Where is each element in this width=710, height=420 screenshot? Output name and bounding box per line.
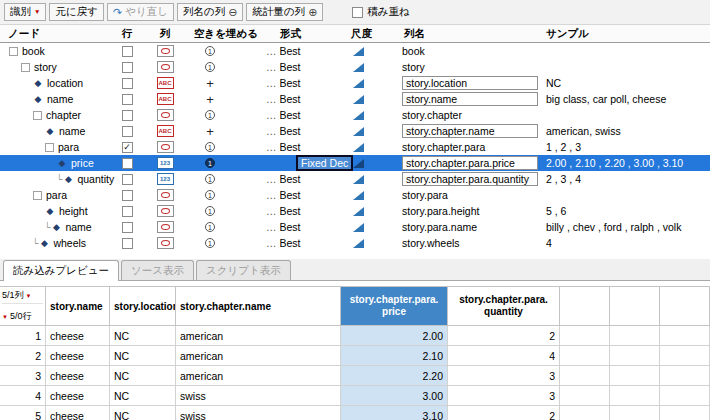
continuous-scale-icon[interactable] [353, 79, 364, 88]
column-type-icon[interactable] [157, 221, 174, 233]
column-name-input[interactable]: story.chapter.name [402, 124, 538, 138]
column-name-input[interactable]: story.location [402, 76, 538, 90]
continuous-scale-icon[interactable] [353, 63, 364, 72]
format-value[interactable]: Best [280, 205, 301, 217]
column-type-icon[interactable] [157, 109, 174, 121]
fill-gaps-icon[interactable] [205, 190, 215, 200]
column-type-icon[interactable] [157, 45, 174, 57]
continuous-scale-icon[interactable] [353, 159, 364, 168]
fill-gaps-icon[interactable] [205, 222, 215, 232]
tab[interactable]: ソース表示 [121, 260, 194, 280]
import-checkbox[interactable] [122, 94, 133, 105]
column-type-icon[interactable] [157, 93, 174, 105]
fill-gaps-icon[interactable] [205, 94, 215, 104]
column-name-input[interactable]: story.chapter.para.quantity [402, 172, 538, 186]
column-type-icon[interactable] [157, 205, 174, 217]
fill-gaps-icon[interactable] [205, 126, 215, 136]
format-value[interactable]: Best [280, 77, 301, 89]
import-checkbox[interactable] [122, 238, 133, 249]
continuous-scale-icon[interactable] [353, 223, 364, 232]
fill-gaps-icon[interactable] [205, 158, 215, 168]
tree-row[interactable]: └ name Best Best story.para.na [0, 219, 710, 235]
continuous-scale-icon[interactable] [353, 95, 364, 104]
col-header-quantity[interactable]: story.chapter.para. quantity [448, 287, 560, 325]
format-value[interactable]: Best [280, 237, 301, 249]
tree-row[interactable]: story Best Best story story [0, 59, 710, 75]
format-value[interactable]: Best [280, 141, 301, 153]
stack-checkbox[interactable] [352, 7, 363, 18]
tree-row[interactable]: para Best Best story.para story.para [0, 187, 710, 203]
col-header-story-name[interactable]: story.name [46, 287, 110, 325]
fill-gaps-icon[interactable] [205, 238, 215, 248]
column-type-icon[interactable] [157, 141, 174, 153]
continuous-scale-icon[interactable] [353, 207, 364, 216]
format-value[interactable]: Best [280, 189, 301, 201]
format-ellipsis-icon [266, 109, 277, 121]
tree-row[interactable]: └ wheels Best Best story.wheel [0, 235, 710, 251]
tab[interactable]: 読み込みプレビュー [3, 260, 119, 281]
column-name-input[interactable]: story.name [402, 92, 538, 106]
col-header-price[interactable]: story.chapter.para. price [341, 287, 448, 325]
import-checkbox[interactable] [122, 46, 133, 57]
tree-row[interactable]: book Best Best book book [0, 43, 710, 59]
import-checkbox[interactable] [122, 126, 133, 137]
column-type-icon[interactable] [157, 77, 174, 89]
continuous-scale-icon[interactable] [353, 239, 364, 248]
tree-row[interactable]: name Best Best story.name story.name [0, 91, 710, 107]
tree-row[interactable]: price Fixed Dec Fixed Dec story.chapter.… [0, 155, 710, 171]
format-value[interactable]: Best [280, 173, 301, 185]
format-value[interactable]: Best [280, 221, 301, 233]
column-name-input[interactable]: story.chapter.para.price [402, 156, 538, 170]
import-checkbox[interactable] [122, 190, 133, 201]
redo-button[interactable]: ↷ やり直し [107, 3, 174, 21]
col-header-story-chapter-name[interactable]: story.chapter.name [176, 287, 341, 325]
fill-gaps-icon[interactable] [205, 206, 215, 216]
import-checkbox[interactable] [122, 206, 133, 217]
format-value[interactable]: Best [280, 125, 301, 137]
import-checkbox[interactable] [122, 222, 133, 233]
continuous-scale-icon[interactable] [353, 191, 364, 200]
import-checkbox[interactable] [122, 62, 133, 73]
import-checkbox[interactable] [122, 142, 133, 153]
format-value[interactable]: Best [280, 93, 301, 105]
continuous-scale-icon[interactable] [353, 143, 364, 152]
tree-row[interactable]: chapter Best Best story.chapter story.c [0, 107, 710, 123]
import-checkbox[interactable] [122, 158, 133, 169]
continuous-scale-icon[interactable] [353, 111, 364, 120]
continuous-scale-icon[interactable] [353, 47, 364, 56]
tree-row[interactable]: para Best Best story.chapter.para story [0, 139, 710, 155]
format-value[interactable]: Best [280, 109, 301, 121]
continuous-scale-icon[interactable] [353, 127, 364, 136]
import-checkbox[interactable] [122, 110, 133, 121]
tree-row[interactable]: └ quantity Best Best story.cha [0, 171, 710, 187]
sample-values: billy , chev , ford , ralph , volk [546, 221, 681, 233]
fill-gaps-icon[interactable] [205, 110, 215, 120]
identify-button[interactable]: 識別 ▼ [4, 3, 46, 21]
fill-gaps-icon[interactable] [205, 142, 215, 152]
format-value[interactable]: Best [280, 61, 301, 73]
undo-button[interactable]: 元に戻す [49, 3, 104, 21]
fill-gaps-icon[interactable] [205, 78, 215, 88]
rows-panel-triangle-icon[interactable]: ▼ [2, 314, 8, 320]
column-type-icon[interactable] [157, 61, 174, 73]
col-header-story-location[interactable]: story.location [110, 287, 176, 325]
column-type-icon[interactable] [157, 189, 174, 201]
tree-row[interactable]: name Best Best story.chapter.name story [0, 123, 710, 139]
column-type-icon[interactable] [157, 125, 174, 137]
column-type-icon[interactable] [157, 173, 174, 185]
fill-gaps-icon[interactable] [205, 174, 215, 184]
import-checkbox[interactable] [122, 174, 133, 185]
fill-gaps-icon[interactable] [205, 62, 215, 72]
column-name-column-button[interactable]: 列名の列 ⊖ [177, 3, 243, 21]
statistics-column-button[interactable]: 統計量の列 ⊕ [246, 3, 323, 21]
format-value[interactable]: Best [280, 45, 301, 57]
columns-panel-triangle-icon[interactable]: ▼ [26, 293, 32, 299]
tree-row[interactable]: location Best Best story.location story [0, 75, 710, 91]
fill-gaps-icon[interactable] [205, 46, 215, 56]
tab[interactable]: スクリプト表示 [196, 260, 291, 280]
continuous-scale-icon[interactable] [353, 175, 364, 184]
column-type-icon[interactable] [157, 237, 174, 249]
tree-row[interactable]: height Best Best story.para.height stor [0, 203, 710, 219]
import-checkbox[interactable] [122, 78, 133, 89]
column-type-icon[interactable] [157, 157, 174, 169]
